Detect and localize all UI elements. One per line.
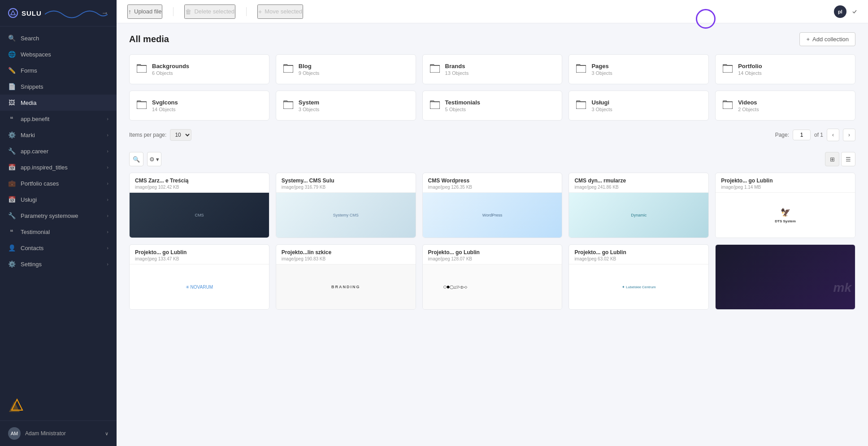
- media-card[interactable]: Projekto... go Lublin image/jpeg 133.47 …: [129, 244, 269, 310]
- media-card[interactable]: CMS dyn... rmularze image/jpeg 241.86 KB…: [569, 173, 709, 238]
- media-card-header: Systemy... CMS Sulu image/jpeg 316.79 KB: [276, 173, 416, 193]
- folder-icon: [430, 100, 440, 111]
- sidebar-item-settings[interactable]: ⚙️ Settings ›: [0, 256, 117, 272]
- sidebar-item-testimonial[interactable]: ❝ Testimonial ›: [0, 224, 117, 240]
- sidebar-item-portfolio-cases[interactable]: 💼 Portfolio cases ›: [0, 175, 117, 191]
- list-view-button[interactable]: ☰: [841, 152, 855, 166]
- add-collection-button[interactable]: + Add collection: [799, 32, 855, 46]
- folder-card[interactable]: Videos 2 Objects: [715, 91, 855, 121]
- move-label: Move selected: [265, 8, 302, 15]
- svg-rect-8: [137, 102, 147, 109]
- settings-icon: ⚙️: [8, 260, 15, 268]
- search-media-button[interactable]: 🔍: [129, 152, 143, 166]
- sidebar-item-label: Testimonial: [21, 229, 50, 235]
- move-selected-button[interactable]: + Move selected: [257, 4, 303, 19]
- avatar: AM: [8, 427, 21, 440]
- chevron-right-icon: ›: [107, 148, 108, 154]
- folder-info: Videos 2 Objects: [738, 99, 759, 112]
- media-card[interactable]: CMS Zarz... e Treścią image/jpeg 102.42 …: [129, 173, 269, 238]
- add-collection-label: Add collection: [812, 36, 849, 43]
- per-page-select[interactable]: 10 20 50: [170, 129, 191, 141]
- sidebar-item-label: Forms: [21, 67, 37, 74]
- delete-selected-button[interactable]: 🗑 Delete selected: [184, 4, 235, 19]
- folder-card[interactable]: Portfolio 14 Objects: [715, 54, 855, 84]
- media-card-header: Projekto...lin szkice image/jpeg 190.83 …: [276, 245, 416, 264]
- folder-info: Brands 13 Objects: [445, 63, 469, 76]
- page-input[interactable]: [793, 130, 811, 140]
- quote2-icon: ❝: [8, 228, 15, 235]
- chevron-right-icon: ›: [107, 181, 108, 186]
- content-area: All media + Add collection Backgrounds 6…: [117, 23, 868, 446]
- media-card-portfolio[interactable]: mk: [715, 244, 855, 310]
- section-header: All media + Add collection: [129, 32, 855, 46]
- sidebar-item-label: Settings: [21, 261, 42, 268]
- folder-card[interactable]: Backgrounds 6 Objects: [129, 54, 269, 84]
- media-card-thumbnail: ⬡⬢◯△▽◁▷◇: [423, 264, 562, 309]
- chevron-right-icon: ›: [107, 165, 108, 170]
- sidebar-item-webspaces[interactable]: 🌐 Webspaces: [0, 46, 117, 62]
- media-card[interactable]: Systemy... CMS Sulu image/jpeg 316.79 KB…: [276, 173, 416, 238]
- media-card[interactable]: Projekto... go Lublin image/jpeg 1.14 MB…: [715, 173, 855, 238]
- folder-name: Pages: [591, 63, 612, 69]
- sidebar-item-label: Contacts: [21, 245, 43, 251]
- sidebar-item-parametry[interactable]: 🔧 Parametry systemowe ›: [0, 208, 117, 224]
- sidebar-item-marki[interactable]: ⚙️ Marki ›: [0, 127, 117, 143]
- media-card[interactable]: Projekto... go Lublin image/jpeg 63.02 K…: [569, 244, 709, 310]
- media-card-header: Projekto... go Lublin image/jpeg 63.02 K…: [569, 245, 708, 264]
- sidebar-item-app-benefit[interactable]: ❝ app.benefit ›: [0, 111, 117, 127]
- media-card[interactable]: Projekto...lin szkice image/jpeg 190.83 …: [276, 244, 416, 310]
- sidebar-item-media[interactable]: 🖼 Media: [0, 95, 117, 111]
- folder-card[interactable]: System 3 Objects: [276, 91, 416, 121]
- items-per-page: Items per page: 10 20 50: [129, 129, 191, 141]
- folder-count: 6 Objects: [152, 70, 189, 76]
- svg-rect-3: [137, 65, 147, 73]
- media-card-meta: image/jpeg 133.47 KB: [135, 256, 264, 261]
- campaign-icon: [8, 398, 26, 414]
- user-name: Adam Ministrator: [25, 430, 66, 437]
- folder-info: Usługi 3 Objects: [591, 99, 612, 112]
- sidebar-item-app-career[interactable]: 🔧 app.career ›: [0, 143, 117, 159]
- folder-count: 3 Objects: [591, 70, 612, 76]
- upload-file-button[interactable]: ↑ Upload file: [127, 4, 162, 19]
- media-card-header: CMS dyn... rmularze image/jpeg 241.86 KB: [569, 173, 708, 193]
- folder-card[interactable]: Testimonials 5 Objects: [422, 91, 563, 121]
- sidebar-exit-icon[interactable]: →: [101, 9, 108, 17]
- prev-page-button[interactable]: ‹: [827, 129, 839, 141]
- page-label: Page:: [775, 132, 789, 138]
- media-card-header: Projekto... go Lublin image/jpeg 128.07 …: [423, 245, 562, 264]
- folder-card[interactable]: SvgIcons 14 Objects: [129, 91, 269, 121]
- sidebar-item-search[interactable]: 🔍 Search: [0, 30, 117, 46]
- svg-marker-2: [9, 401, 20, 412]
- sidebar-item-uslugi[interactable]: 📅 Usługi ›: [0, 191, 117, 208]
- delete-icon: 🗑: [185, 8, 191, 15]
- filter-media-button[interactable]: ⚙ ▾: [147, 152, 161, 166]
- toolbar: ↑ Upload file 🗑 Delete selected + Move s…: [117, 0, 868, 23]
- next-page-button[interactable]: ›: [843, 129, 855, 141]
- footer-chevron-icon[interactable]: ∨: [105, 431, 108, 437]
- folder-count: 3 Objects: [299, 107, 319, 112]
- sidebar-item-app-inspired[interactable]: 📅 app.inspired_titles ›: [0, 159, 117, 175]
- folder-card[interactable]: Pages 3 Objects: [569, 54, 709, 84]
- svg-marker-0: [11, 11, 15, 15]
- folder-count: 5 Objects: [445, 107, 481, 112]
- language-badge[interactable]: pl: [834, 5, 846, 18]
- folder-name: Videos: [738, 99, 759, 106]
- media-card[interactable]: CMS Wordpress image/jpeg 126.35 KB WordP…: [422, 173, 563, 238]
- folder-card[interactable]: Usługi 3 Objects: [569, 91, 709, 121]
- sidebar-item-forms[interactable]: ✏️ Forms: [0, 62, 117, 78]
- sidebar-item-label: Webspaces: [21, 51, 51, 58]
- folder-card[interactable]: Brands 13 Objects: [422, 54, 563, 84]
- media-card-name: Projekto... go Lublin: [428, 249, 557, 255]
- sidebar: SULU → 🔍 Search 🌐 Webspaces ✏️ Forms 📄 S…: [0, 0, 117, 446]
- grid-view-button[interactable]: ⊞: [825, 152, 839, 166]
- upload-label: Upload file: [134, 8, 161, 15]
- page-controls: Page: of 1 ‹ ›: [775, 129, 855, 141]
- chevron-right-icon: ›: [107, 261, 108, 267]
- sidebar-item-label: Parametry systemowe: [21, 212, 78, 219]
- sidebar-item-contacts[interactable]: 👤 Contacts ›: [0, 240, 117, 256]
- folder-card[interactable]: Blog 9 Objects: [276, 54, 416, 84]
- folder-info: System 3 Objects: [299, 99, 319, 112]
- media-card[interactable]: Projekto... go Lublin image/jpeg 128.07 …: [422, 244, 563, 310]
- media-card-meta: image/jpeg 126.35 KB: [428, 185, 557, 190]
- sidebar-item-snippets[interactable]: 📄 Snippets: [0, 78, 117, 95]
